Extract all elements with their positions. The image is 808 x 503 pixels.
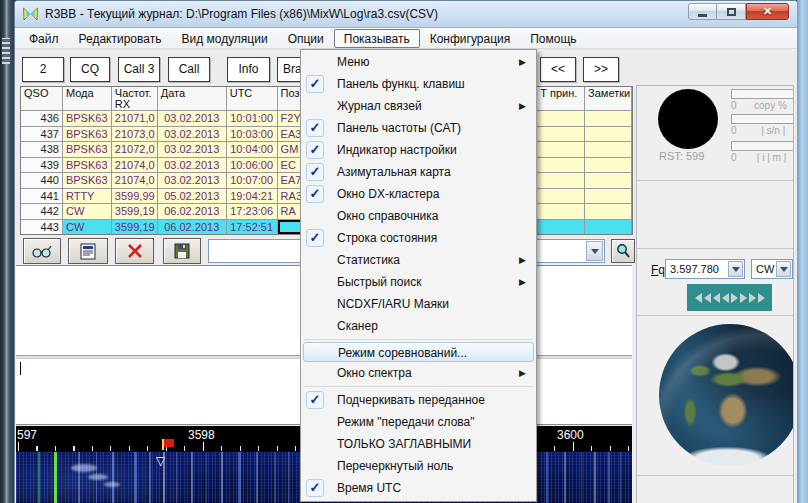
step-right-arrow-icon[interactable] [749, 293, 756, 303]
step-left-arrow-icon[interactable] [695, 293, 702, 303]
frequency-combo[interactable]: 3.597.780 [665, 259, 745, 279]
menu-item-1[interactable]: Меню▶ [303, 51, 534, 73]
menu-item-7[interactable]: ✓Окно DX-кластера [303, 183, 534, 205]
cell-qso[interactable]: 442 [21, 204, 63, 220]
cell-mode[interactable]: BPSK63 [63, 127, 112, 143]
cell-utc[interactable]: 17:23:06 [227, 204, 278, 220]
cell-utc[interactable]: 10:04:00 [227, 142, 278, 158]
menu-item-9[interactable]: ✓Строка состояния [303, 227, 534, 249]
menu-item-8[interactable]: Окно справочника [303, 205, 534, 227]
cell-notes[interactable] [585, 127, 632, 143]
cell-date[interactable]: 03.02.2013 [158, 173, 227, 189]
macro-button-5[interactable]: Info [227, 57, 270, 82]
cell-notes[interactable] [585, 111, 632, 127]
column-header-utc[interactable]: UTC [227, 87, 278, 111]
menu-item-17[interactable]: Режим "передачи слова" [303, 411, 534, 433]
next-page-button[interactable]: >> [583, 57, 619, 82]
menu-item-4[interactable]: ✓Панель частоты (CAT) [303, 117, 534, 139]
delete-record-button[interactable] [115, 238, 154, 264]
cell-notes[interactable] [585, 220, 632, 236]
step-right-arrow-icon[interactable] [731, 293, 738, 303]
cell-qso[interactable]: 441 [21, 189, 63, 205]
cell-freq[interactable]: 21074,0 [112, 173, 158, 189]
step-right-arrow-icon[interactable] [758, 293, 765, 303]
column-header-qso[interactable]: QSO [21, 87, 63, 111]
menu-item-6[interactable]: ✓Азимутальная карта [303, 161, 534, 183]
cell-qso[interactable]: 438 [21, 142, 63, 158]
menu-item-15[interactable]: Окно спектра▶ [303, 362, 534, 384]
column-header-freq[interactable]: Частот. RX [112, 87, 158, 111]
cell-utc[interactable]: 19:04:21 [227, 189, 278, 205]
menu-item-14[interactable]: Режим соревнований... [303, 342, 534, 362]
cell-date[interactable]: 06.02.2013 [158, 204, 227, 220]
macro-button-1[interactable]: 2 [22, 57, 64, 82]
macro-button-2[interactable]: CQ [70, 57, 110, 82]
step-left-arrow-icon[interactable] [713, 293, 720, 303]
macro-button-3[interactable]: Call 3 [118, 57, 160, 82]
cell-mode[interactable]: BPSK63 [63, 173, 112, 189]
column-header-rst[interactable]: Т прин. [537, 87, 585, 111]
maximize-button[interactable] [717, 3, 746, 20]
prev-page-button[interactable]: << [540, 57, 576, 82]
menu-item-11[interactable]: Быстрый поиск▶ [303, 271, 534, 293]
cell-rst[interactable] [537, 204, 585, 220]
cell-mode[interactable]: BPSK63 [63, 111, 112, 127]
cell-freq[interactable]: 21074,0 [112, 158, 158, 174]
cell-mode[interactable]: CW [63, 220, 112, 236]
cell-freq[interactable]: 3599,99 [112, 189, 158, 205]
step-left-arrow-icon[interactable] [704, 293, 711, 303]
step-right-arrow-icon[interactable] [740, 293, 747, 303]
cell-qso[interactable]: 443 [21, 220, 63, 236]
cell-rst[interactable] [537, 158, 585, 174]
menu-item-16[interactable]: ✓Подчеркивать переданное [303, 389, 534, 411]
column-header-notes[interactable]: Заметки [585, 87, 632, 111]
menubar-item-1[interactable]: Файл [19, 29, 69, 48]
title-bar[interactable]: R3BB - Текущий журнал: D:\Program Files … [15, 1, 797, 28]
menubar-item-5[interactable]: Показывать [334, 29, 420, 48]
cell-rst[interactable] [537, 220, 585, 236]
mode-combo[interactable]: CW [751, 259, 793, 279]
cell-notes[interactable] [585, 173, 632, 189]
menu-item-2[interactable]: ✓Панель функц. клавиш [303, 73, 534, 95]
menubar-item-4[interactable]: Опции [278, 29, 334, 48]
cell-mode[interactable]: CW [63, 204, 112, 220]
menu-item-13[interactable]: Сканер [303, 315, 534, 337]
cell-rst[interactable] [537, 127, 585, 143]
cell-notes[interactable] [585, 204, 632, 220]
step-left-arrow-icon[interactable] [722, 293, 729, 303]
lookup-button[interactable] [611, 239, 635, 263]
column-header-mode[interactable]: Мода [63, 87, 112, 111]
cell-qso[interactable]: 437 [21, 127, 63, 143]
menu-item-18[interactable]: ТОЛЬКО ЗАГЛАВНЫМИ [303, 433, 534, 455]
cell-date[interactable]: 03.02.2013 [158, 111, 227, 127]
cell-qso[interactable]: 436 [21, 111, 63, 127]
cell-mode[interactable]: BPSK63 [63, 142, 112, 158]
menu-item-12[interactable]: NCDXF/IARU Маяки [303, 293, 534, 315]
cell-utc[interactable]: 10:01:00 [227, 111, 278, 127]
cell-notes[interactable] [585, 142, 632, 158]
cell-date[interactable]: 03.02.2013 [158, 158, 227, 174]
cell-freq[interactable]: 3599,19 [112, 220, 158, 236]
cell-date[interactable]: 03.02.2013 [158, 142, 227, 158]
cell-utc[interactable]: 10:06:00 [227, 158, 278, 174]
menubar-item-6[interactable]: Конфигурация [420, 29, 521, 48]
cell-date[interactable]: 06.02.2013 [158, 220, 227, 236]
chevron-down-icon[interactable] [728, 261, 743, 277]
menu-item-19[interactable]: Перечеркнутый ноль [303, 455, 534, 477]
cell-qso[interactable]: 439 [21, 158, 63, 174]
macro-button-4[interactable]: Call [168, 57, 210, 82]
cell-rst[interactable] [537, 111, 585, 127]
menu-item-20[interactable]: ✓Время UTC [303, 477, 534, 499]
close-button[interactable]: ✕ [746, 3, 789, 20]
search-log-button[interactable] [23, 238, 61, 264]
frequency-step-arrows[interactable] [687, 284, 772, 311]
cell-freq[interactable]: 21071,0 [112, 111, 158, 127]
cell-qso[interactable]: 440 [21, 173, 63, 189]
cell-notes[interactable] [585, 158, 632, 174]
menu-item-5[interactable]: ✓Индикатор настройки [303, 139, 534, 161]
save-button[interactable] [163, 238, 201, 264]
cell-rst[interactable] [537, 142, 585, 158]
cell-utc[interactable]: 10:03:00 [227, 127, 278, 143]
menubar-item-3[interactable]: Вид модуляции [171, 29, 277, 48]
cell-notes[interactable] [585, 189, 632, 205]
